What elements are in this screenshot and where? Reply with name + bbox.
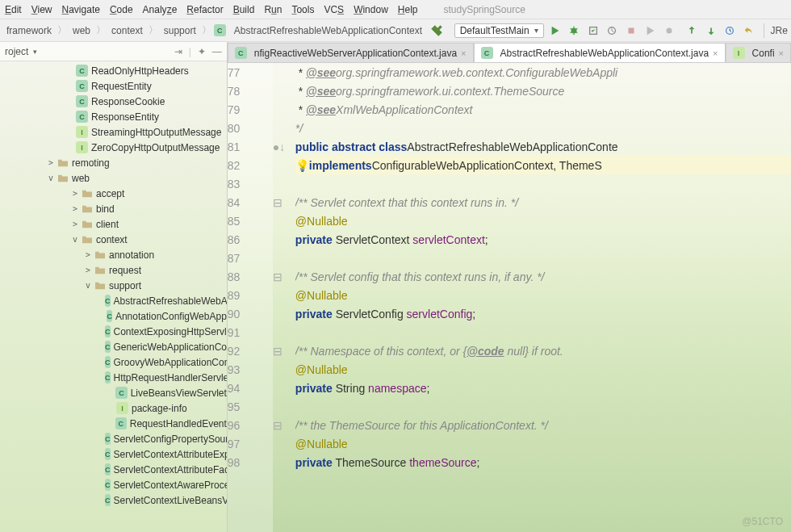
bc-2[interactable]: context — [108, 25, 146, 36]
run-button[interactable] — [547, 22, 563, 40]
tree-item[interactable]: CReadOnlyHttpHeaders — [0, 63, 227, 78]
bulb-icon[interactable]: 💡 — [295, 159, 309, 172]
project-tree[interactable]: CReadOnlyHttpHeadersCRequestEntityCRespo… — [0, 61, 227, 509]
update-button[interactable] — [684, 22, 700, 40]
close-icon[interactable]: × — [779, 48, 784, 58]
class-icon: C — [105, 494, 111, 506]
tree-item[interactable]: >remoting — [0, 155, 227, 170]
hide-icon[interactable]: — — [212, 46, 222, 57]
tree-item[interactable]: vsupport — [0, 278, 227, 293]
tree-item[interactable]: >client — [0, 216, 227, 232]
file-icon: I — [733, 47, 745, 59]
class-icon: I — [76, 141, 88, 153]
editor-tab[interactable]: CAbstractRefreshableWebApplicationContex… — [474, 43, 726, 62]
tree-item[interactable]: CServletContextLiveBeansVi — [0, 492, 227, 508]
menu-code[interactable]: Code — [110, 4, 133, 15]
tree-item[interactable]: CResponseCookie — [0, 94, 227, 109]
close-icon[interactable]: × — [461, 48, 466, 58]
breadcrumb[interactable]: framework〉 web〉 context〉 support〉 C Abst… — [3, 23, 425, 37]
tree-label: LiveBeansViewServlet — [131, 387, 227, 399]
tree-item[interactable]: CServletConfigPropertySour — [0, 431, 227, 446]
code-content[interactable]: * @see org.springframework.web.context.C… — [295, 63, 791, 532]
tree-item[interactable]: vcontext — [0, 232, 227, 247]
class-icon: C — [115, 417, 127, 429]
tree-item[interactable]: CRequestEntity — [0, 78, 227, 94]
tree-item[interactable]: CAbstractRefreshableWebA — [0, 293, 227, 308]
tree-item[interactable]: CServletContextAwareProce — [0, 477, 227, 492]
menu-run[interactable]: Run — [264, 4, 282, 15]
menu-view[interactable]: View — [31, 4, 52, 15]
collapse-icon[interactable]: ⇥ — [174, 46, 182, 57]
tree-item[interactable]: CServletContextAttributeFac — [0, 462, 227, 477]
tree-label: GroovyWebApplicationCon — [114, 357, 228, 368]
tree-item[interactable]: vweb — [0, 170, 227, 186]
coverage-button[interactable] — [585, 22, 601, 40]
menu-refactor[interactable]: Refactor — [186, 4, 223, 15]
gear-icon[interactable]: ✦ — [198, 46, 206, 57]
stop-button[interactable] — [623, 22, 639, 40]
menu-navigate[interactable]: Navigate — [62, 4, 100, 15]
class-icon: I — [76, 126, 88, 138]
debug-button[interactable] — [566, 22, 582, 40]
expand-icon[interactable]: > — [69, 204, 81, 213]
tree-item[interactable]: CHttpRequestHandlerServle — [0, 370, 227, 385]
sidebar-header[interactable]: roject ▾ ⇥ | ✦ — — [0, 42, 227, 61]
editor-area: CnfigReactiveWebServerApplicationContext… — [228, 42, 791, 532]
tree-label: RequestHandledEvent — [130, 418, 227, 429]
class-icon: C — [105, 356, 111, 368]
line-gutter[interactable]: 7778798081828384858687888990919293949596… — [228, 63, 273, 532]
build-icon[interactable] — [429, 22, 445, 40]
close-icon[interactable]: × — [713, 48, 718, 58]
expand-icon[interactable]: > — [45, 158, 56, 167]
fold-gutter[interactable]: ●↓⊟⊟⊟⊟ — [273, 63, 295, 532]
tree-item[interactable]: CAnnotationConfigWebApp — [0, 308, 227, 324]
tree-item[interactable]: CRequestHandledEvent — [0, 416, 227, 431]
file-icon: C — [235, 47, 247, 59]
tree-item[interactable]: >accept — [0, 186, 227, 201]
editor-tab[interactable]: IConfi× — [726, 43, 791, 62]
expand-icon[interactable]: > — [82, 266, 94, 274]
revert-button[interactable] — [741, 22, 757, 40]
menu-tools[interactable]: Tools — [291, 4, 314, 15]
tree-item[interactable]: IStreamingHttpOutputMessage — [0, 124, 227, 140]
tree-item[interactable]: Ipackage-info — [0, 400, 227, 416]
tree-item[interactable]: >request — [0, 262, 227, 278]
menu-vcs[interactable]: VCS — [324, 4, 344, 15]
sidebar-view-dropdown[interactable]: ▾ — [33, 48, 37, 56]
expand-icon[interactable]: > — [82, 250, 94, 259]
tree-item[interactable]: CGroovyWebApplicationCon — [0, 354, 227, 370]
tree-item[interactable]: CLiveBeansViewServlet — [0, 385, 227, 400]
bug2-icon[interactable] — [661, 22, 677, 40]
menu-window[interactable]: Window — [354, 4, 388, 15]
code-area[interactable]: 7778798081828384858687888990919293949596… — [228, 63, 791, 532]
editor-tab[interactable]: CnfigReactiveWebServerApplicationContext… — [228, 43, 474, 62]
tree-label: HttpRequestHandlerServle — [114, 372, 228, 383]
expand-icon[interactable]: v — [45, 174, 56, 182]
expand-icon[interactable]: v — [82, 281, 94, 290]
bc-1[interactable]: web — [69, 25, 94, 36]
toolbar-right-text[interactable]: JRe — [771, 25, 788, 36]
profile-button[interactable] — [605, 22, 621, 40]
run-config-selector[interactable]: DefaultTestMain ▾ — [454, 23, 544, 38]
bc-3[interactable]: support — [161, 25, 199, 36]
menu-analyze[interactable]: Analyze — [143, 4, 178, 15]
menu-edit[interactable]: Edit — [5, 4, 22, 15]
menu-help[interactable]: Help — [398, 4, 418, 15]
expand-icon[interactable]: > — [69, 220, 81, 228]
expand-icon[interactable]: > — [69, 189, 81, 198]
tree-item[interactable]: IZeroCopyHttpOutputMessage — [0, 140, 227, 155]
tree-item[interactable]: CGenericWebApplicationCo — [0, 339, 227, 354]
menu-build[interactable]: Build — [233, 4, 255, 15]
commit-button[interactable] — [703, 22, 719, 40]
bc-4[interactable]: AbstractRefreshableWebApplicationContext — [231, 25, 425, 36]
tree-item[interactable]: CServletContextAttributeExp — [0, 446, 227, 462]
attach-button[interactable] — [642, 22, 659, 40]
tree-item[interactable]: CResponseEntity — [0, 109, 227, 124]
tree-item[interactable]: >annotation — [0, 247, 227, 262]
bc-0[interactable]: framework — [3, 25, 55, 36]
expand-icon[interactable]: v — [69, 235, 81, 244]
tree-item[interactable]: CContextExposingHttpServle — [0, 324, 227, 339]
class-icon: C — [105, 479, 111, 491]
history-button[interactable] — [722, 22, 738, 40]
tree-item[interactable]: >bind — [0, 201, 227, 216]
